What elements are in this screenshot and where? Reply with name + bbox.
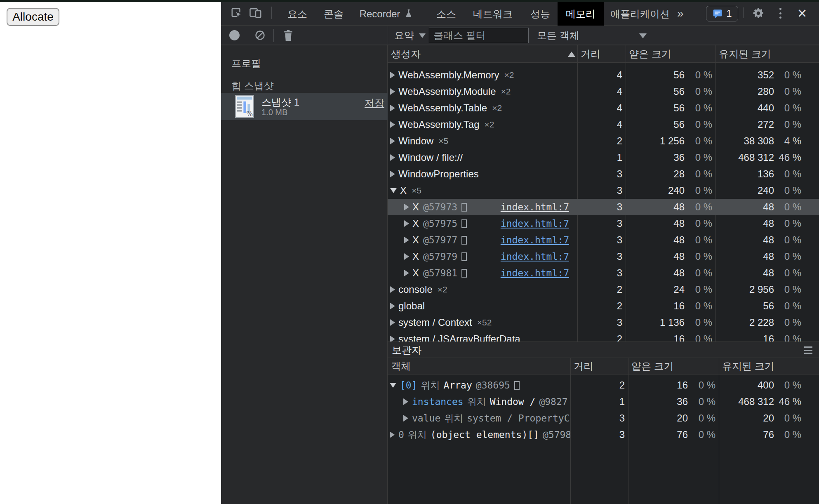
retained-size-cell: 3520 %	[715, 67, 819, 83]
tab-네트워크[interactable]: 네트워크	[470, 2, 515, 26]
table-row[interactable]: instances위치Window /@98271360 %468 31246 …	[388, 393, 819, 410]
expand-arrow-icon[interactable]	[390, 138, 395, 144]
inspect-icon[interactable]	[230, 7, 243, 19]
expand-arrow-icon[interactable]	[390, 121, 395, 128]
expand-arrow-icon[interactable]	[390, 303, 395, 309]
expand-arrow-icon[interactable]	[390, 171, 395, 177]
table-row[interactable]: [0]위치Array@386952160 %4000 %	[388, 377, 819, 393]
distance-cell: 3	[577, 182, 626, 199]
expand-arrow-icon[interactable]	[390, 88, 395, 95]
gear-icon[interactable]	[752, 7, 765, 19]
retainer-part: Window /	[490, 396, 536, 407]
source-link[interactable]: index.html:7	[501, 251, 569, 262]
table-row[interactable]: X@57981index.html:73480 %480 %	[388, 265, 819, 281]
snapshot-item[interactable]: % 스냅샷 1 1.0 MB 저장	[221, 93, 388, 120]
column-header-retained-size[interactable]: 유지된 크기	[719, 45, 771, 63]
percent: 0 %	[685, 333, 712, 341]
column-header-constructor[interactable]: 생성자	[391, 45, 421, 63]
column-header-distance[interactable]: 거리	[574, 358, 593, 374]
source-link[interactable]: index.html:7	[501, 235, 569, 245]
expand-arrow-icon[interactable]	[404, 253, 409, 260]
column-header-shallow-size[interactable]: 얕은 크기	[629, 45, 671, 63]
clear-profiles-icon[interactable]	[255, 30, 265, 40]
device-toolbar-icon[interactable]	[249, 7, 262, 19]
shallow-size-cell: 480 %	[626, 232, 715, 248]
column-header-distance[interactable]: 거리	[581, 45, 600, 63]
expand-arrow-icon[interactable]	[403, 398, 408, 405]
sort-ascending-icon[interactable]	[568, 52, 575, 57]
tab-소스[interactable]: 소스	[431, 2, 462, 26]
issues-badge[interactable]: 1	[706, 6, 738, 21]
expand-arrow-icon[interactable]	[403, 415, 408, 422]
column-header-object[interactable]: 객체	[391, 358, 411, 374]
expand-arrow-icon[interactable]	[404, 220, 409, 227]
table-row[interactable]: value위치system / PropertyCell3200 %200 %	[388, 410, 819, 426]
chevron-down-icon[interactable]	[639, 33, 647, 38]
table-row[interactable]: system / Context×5231 1360 %2 2280 %	[388, 314, 819, 331]
value: 48	[626, 218, 685, 229]
expand-arrow-icon[interactable]	[390, 286, 395, 293]
percent: 0 %	[685, 234, 712, 246]
source-link[interactable]: index.html:7	[501, 202, 569, 212]
allocate-button[interactable]: Allocate	[7, 8, 59, 26]
tab-요소[interactable]: 요소	[283, 2, 312, 26]
table-row[interactable]: X@57979index.html:73480 %480 %	[388, 248, 819, 265]
constructor-name: X	[412, 267, 419, 279]
table-row[interactable]: WebAssembly.Module×24560 %2800 %	[388, 83, 819, 100]
distance-cell: 2	[577, 331, 626, 341]
column-header-retained-size[interactable]: 유지된 크기	[722, 358, 774, 374]
expand-arrow-icon[interactable]	[390, 336, 395, 341]
tab-메모리[interactable]: 메모리	[558, 2, 604, 26]
expand-arrow-icon[interactable]	[390, 72, 395, 78]
hamburger-menu-icon[interactable]	[804, 346, 812, 354]
expand-arrow-icon[interactable]	[404, 270, 409, 276]
column-header-shallow-size[interactable]: 얕은 크기	[631, 358, 674, 374]
table-row[interactable]: 0위치(object elements)[]@579833760 %760 %	[388, 426, 819, 443]
source-link[interactable]: index.html:7	[501, 218, 569, 229]
table-row[interactable]: X×532400 %2400 %	[388, 182, 819, 199]
table-row[interactable]: X@57975index.html:73480 %480 %	[388, 215, 819, 232]
expand-arrow-icon[interactable]	[404, 204, 409, 210]
collapse-arrow-icon[interactable]	[390, 188, 397, 193]
value: 36	[628, 396, 688, 407]
value: 3	[577, 201, 626, 213]
table-row[interactable]: WindowProperties3280 %1360 %	[388, 166, 819, 182]
table-row[interactable]: X@57973index.html:73480 %480 %	[388, 199, 819, 215]
tab-Recorder[interactable]: Recorder	[355, 2, 417, 26]
distance-cell: 2	[577, 133, 626, 149]
save-snapshot-link[interactable]: 저장	[365, 97, 384, 110]
retained-size-cell: 560 %	[715, 298, 819, 314]
value: 468 312	[715, 152, 774, 163]
tab-애플리케이션[interactable]: 애플리케이션	[610, 2, 668, 26]
distance-cell: 2	[577, 281, 626, 298]
trash-icon[interactable]	[283, 29, 294, 42]
percent: 0 %	[685, 152, 712, 163]
table-row[interactable]: WebAssembly.Memory×24560 %3520 %	[388, 67, 819, 83]
kebab-menu-icon[interactable]	[779, 8, 782, 19]
expand-arrow-icon[interactable]	[390, 431, 395, 438]
perspective-select[interactable]: 요약	[394, 26, 426, 45]
expand-arrow-icon[interactable]	[390, 319, 395, 326]
tab-콘솔[interactable]: 콘솔	[319, 2, 348, 26]
table-row[interactable]: X@57977index.html:73480 %480 %	[388, 232, 819, 248]
table-row[interactable]: Window×521 2560 %38 3084 %	[388, 133, 819, 149]
tab-성능[interactable]: 성능	[525, 2, 556, 26]
expand-arrow-icon[interactable]	[390, 105, 395, 111]
more-tabs-chevron[interactable]: »	[677, 2, 684, 26]
table-row[interactable]: WebAssembly.Table×24560 %4400 %	[388, 100, 819, 116]
snapshot-name: 스냅샷 1	[261, 96, 299, 109]
expand-arrow-icon[interactable]	[390, 154, 395, 161]
panel-divider	[388, 26, 388, 45]
source-link[interactable]: index.html:7	[501, 268, 569, 278]
table-row[interactable]: WebAssembly.Tag×24560 %2720 %	[388, 116, 819, 133]
table-row[interactable]: system / JSArrayBufferData2160 %160 %	[388, 331, 819, 341]
close-icon[interactable]: ×	[798, 2, 807, 26]
table-row[interactable]: console×22240 %2 9560 %	[388, 281, 819, 298]
collapse-arrow-icon[interactable]	[390, 383, 396, 388]
class-filter-input[interactable]	[429, 28, 529, 43]
retainer-part: 위치	[421, 379, 440, 392]
expand-arrow-icon[interactable]	[404, 237, 409, 243]
record-heap-snapshot-icon[interactable]	[229, 30, 240, 40]
table-row[interactable]: Window / file://1360 %468 31246 %	[388, 149, 819, 166]
table-row[interactable]: global2160 %560 %	[388, 298, 819, 314]
